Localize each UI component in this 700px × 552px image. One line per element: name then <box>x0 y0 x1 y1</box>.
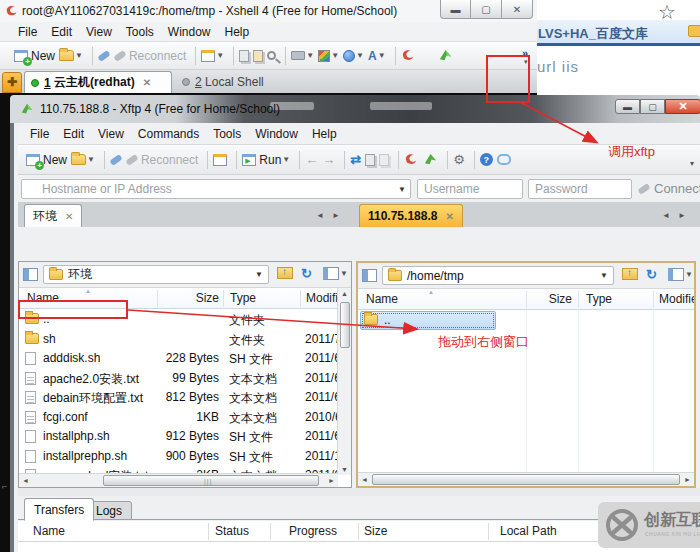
file-row[interactable]: debain环境配置.txt812 Bytes文本文档2011/6 <box>19 388 351 408</box>
maximize-button[interactable]: ▢ <box>471 0 502 19</box>
find-button[interactable] <box>267 47 276 65</box>
feedback-button[interactable] <box>497 151 511 169</box>
open-button[interactable]: ▼ <box>59 47 83 65</box>
chevron-down-icon[interactable]: ▼ <box>600 271 608 280</box>
up-folder-button[interactable] <box>622 268 638 280</box>
scrollbar-thumb[interactable] <box>340 302 350 348</box>
column-type[interactable]: Type <box>230 291 256 305</box>
file-row[interactable]: fcgi.conf1KB文本文档2010/6 <box>19 408 351 428</box>
file-row[interactable]: installprephp.sh900 BytesSH 文件2011/1 <box>19 447 351 467</box>
close-tab-icon[interactable]: ✕ <box>65 211 73 222</box>
menu-commands[interactable]: Commands <box>138 127 199 141</box>
pane-toggle-icon[interactable] <box>362 269 377 282</box>
file-row[interactable]: installphp.sh912 BytesSH 文件2011/6 <box>19 427 351 447</box>
column-name[interactable]: Name <box>33 524 65 538</box>
folder-icon[interactable] <box>688 25 700 37</box>
new-button[interactable]: New <box>26 151 67 169</box>
tab-cloud-host[interactable]: 1 云主机(redhat) ✕ <box>24 71 172 93</box>
menu-help[interactable]: Help <box>312 127 337 141</box>
encoding-button[interactable]: ▼ <box>343 47 364 65</box>
minimize-button[interactable]: ▬ <box>615 99 640 114</box>
menu-tools[interactable]: Tools <box>126 25 154 39</box>
horizontal-scrollbar[interactable]: ◄ ||| ► <box>19 473 338 487</box>
paste-button[interactable] <box>253 47 263 65</box>
run-button[interactable]: Run▼ <box>242 151 290 169</box>
column-status[interactable]: Status <box>215 524 249 538</box>
password-field[interactable] <box>528 179 632 199</box>
close-tab-icon[interactable]: ✕ <box>143 77 151 88</box>
print-button[interactable]: ▼ <box>291 47 314 65</box>
session-manager-button[interactable] <box>213 151 227 169</box>
pane-toggle-icon[interactable] <box>23 268 38 281</box>
menu-file[interactable]: File <box>18 25 37 39</box>
back-button[interactable]: ← <box>305 151 318 169</box>
column-local-path[interactable]: Local Path <box>500 524 557 538</box>
paste-button[interactable] <box>379 151 389 169</box>
copy-button[interactable] <box>239 47 249 65</box>
column-type[interactable]: Type <box>586 292 612 306</box>
column-name[interactable]: Name <box>366 292 398 306</box>
vertical-scrollbar[interactable]: ▲ ▼ <box>337 288 351 475</box>
menu-view[interactable]: View <box>98 127 124 141</box>
file-row[interactable]: adddisk.sh228 BytesSH 文件2011/6 <box>19 349 351 369</box>
refresh-button[interactable]: ↻ <box>301 266 312 281</box>
tab-scroll-arrows[interactable]: ◄► <box>316 211 348 220</box>
menu-window[interactable]: Window <box>168 25 211 39</box>
maximize-button[interactable]: ▢ <box>640 99 665 114</box>
menu-tools[interactable]: Tools <box>213 127 241 141</box>
chevron-down-icon[interactable]: ▼ <box>255 270 263 279</box>
reconnect-button[interactable]: Reconnect <box>126 151 198 169</box>
tab-scroll-arrows[interactable]: ◄► <box>662 211 694 220</box>
remote-pane-tab[interactable]: 110.75.188.8✕ <box>359 204 463 227</box>
column-progress[interactable]: Progress <box>289 524 337 538</box>
toolbar-overflow-caret[interactable]: ▾ <box>690 159 694 168</box>
username-field[interactable] <box>417 179 523 199</box>
help-button[interactable]: ? <box>480 151 493 169</box>
refresh-button[interactable]: ↻ <box>646 267 657 282</box>
close-button[interactable]: ✕ <box>665 99 700 114</box>
remote-path-combo[interactable]: /home/tmp ▼ <box>382 266 614 285</box>
menu-help[interactable]: Help <box>225 25 250 39</box>
connect-button[interactable]: Connect <box>638 181 700 196</box>
close-button[interactable]: ✕ <box>502 0 533 19</box>
up-folder-button[interactable] <box>277 267 293 279</box>
host-input[interactable] <box>21 179 411 199</box>
column-size[interactable]: Size <box>364 524 387 538</box>
menu-edit[interactable]: Edit <box>63 127 84 141</box>
browser-page-links[interactable]: url iis <box>537 58 579 75</box>
connect-button[interactable] <box>98 47 110 65</box>
menu-view[interactable]: View <box>86 25 112 39</box>
xftp-title-bar[interactable]: 110.75.188.8 - Xftp 4 (Free for Home/Sch… <box>10 95 700 123</box>
close-tab-icon[interactable]: ✕ <box>445 211 453 222</box>
xshell-launch-button[interactable] <box>404 151 419 169</box>
connect-button[interactable] <box>110 151 122 169</box>
file-row-sh[interactable]: sh文件夹2011/7 <box>19 330 351 350</box>
column-modified[interactable]: Modified <box>659 292 696 306</box>
forward-button[interactable]: → <box>322 151 335 169</box>
views-button[interactable]: ▼ <box>323 267 348 280</box>
splitter[interactable] <box>18 488 700 496</box>
menu-window[interactable]: Window <box>255 127 298 141</box>
options-button[interactable]: ⚙ <box>453 151 465 169</box>
session-manager-button[interactable]: ▼ <box>201 47 224 65</box>
sync-browsing-button[interactable]: ⇄ <box>350 151 361 169</box>
xftp-launch-button[interactable] <box>438 47 453 65</box>
xshell-launch-button[interactable] <box>401 47 416 65</box>
open-button[interactable]: ▼ <box>71 151 95 169</box>
tab-transfers[interactable]: Transfers <box>24 498 94 521</box>
minimize-button[interactable]: ▬ <box>440 0 471 19</box>
new-tab-button[interactable]: ✚ <box>2 72 22 93</box>
font-button[interactable]: A▼ <box>368 47 386 65</box>
local-pane-tab[interactable]: 环境✕ <box>24 204 82 227</box>
file-row[interactable]: apache2.0安装.txt99 Bytes文本文档2011/6 <box>19 369 351 389</box>
column-size[interactable]: Size <box>508 292 572 306</box>
file-row[interactable]: .. <box>358 311 694 331</box>
color-scheme-button[interactable]: ▼ <box>318 47 339 65</box>
xftp-launch-button[interactable] <box>423 151 438 169</box>
tab-local-shell[interactable]: 2 Local Shell <box>176 71 270 93</box>
local-path-combo[interactable]: 环境 ▼ <box>43 265 269 284</box>
copy-button[interactable] <box>365 151 375 169</box>
column-modified[interactable]: Modifi <box>306 291 338 305</box>
xshell-title-bar[interactable]: root@AY110627031419c:/home/tmp - Xshell … <box>0 0 537 22</box>
menu-file[interactable]: File <box>30 127 49 141</box>
